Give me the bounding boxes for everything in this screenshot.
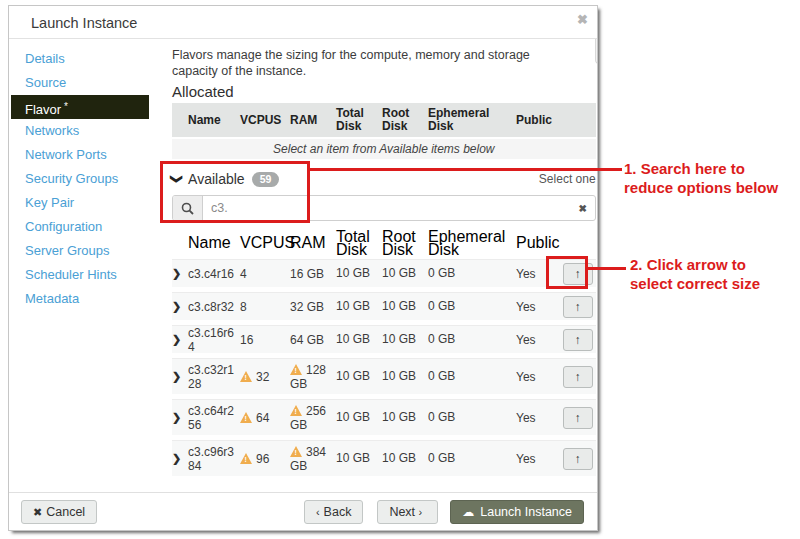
cancel-x-icon: ✖ xyxy=(33,506,42,518)
column-header: Public xyxy=(496,234,560,252)
flavor-total-disk: 10 GB xyxy=(336,411,382,424)
next-arrow-icon: › xyxy=(419,506,423,518)
expand-chevron-icon[interactable]: ❯ xyxy=(172,452,188,465)
column-header: Ephemeral Disk xyxy=(428,230,496,256)
flavor-total-disk: 10 GB xyxy=(336,267,382,280)
flavor-ram: !384 GB xyxy=(290,445,336,473)
clear-search-icon[interactable]: ✖ xyxy=(571,196,595,220)
step-description: Flavors manage the sizing for the comput… xyxy=(172,47,577,79)
column-header: Root Disk xyxy=(382,230,428,256)
column-header: Total Disk xyxy=(336,230,382,256)
sidebar-item-flavor[interactable]: Flavor * xyxy=(11,95,149,119)
select-flavor-button[interactable]: ↑ xyxy=(563,366,593,388)
select-flavor-button[interactable]: ↑ xyxy=(563,448,593,470)
sidebar-item-networks[interactable]: Networks xyxy=(11,119,149,143)
sidebar-item-metadata[interactable]: Metadata xyxy=(11,287,149,311)
sidebar-item-configuration[interactable]: Configuration xyxy=(11,215,149,239)
select-flavor-button[interactable]: ↑ xyxy=(563,329,593,351)
flavor-action-cell: ↑ xyxy=(560,366,596,388)
sidebar-item-details[interactable]: Details xyxy=(11,47,149,71)
sidebar-item-label: Flavor xyxy=(25,102,61,117)
flavor-name: c3.c32r128 xyxy=(188,363,240,391)
sidebar-item-scheduler-hints[interactable]: Scheduler Hints xyxy=(11,263,149,287)
sidebar-item-server-groups[interactable]: Server Groups xyxy=(11,239,149,263)
expand-chevron-icon[interactable]: ❯ xyxy=(172,411,188,424)
launch-instance-button[interactable]: ☁Launch Instance xyxy=(450,500,584,524)
flavor-ram: 16 GB xyxy=(290,267,336,281)
available-count-badge: 59 xyxy=(252,172,280,187)
modal-body: DetailsSourceFlavor *NetworksNetwork Por… xyxy=(9,39,597,492)
available-table-header: NameVCPUSRAMTotal DiskRoot DiskEphemeral… xyxy=(172,227,596,259)
flavor-root-disk: 10 GB xyxy=(382,333,428,346)
back-arrow-icon: ‹ xyxy=(316,506,320,518)
flavor-ephemeral-disk: 0 GB xyxy=(428,333,496,346)
next-button[interactable]: Next › xyxy=(377,500,438,524)
flavor-vcpus: !64 xyxy=(240,411,290,425)
arrow-up-icon: ↑ xyxy=(575,370,581,384)
flavor-ram: 32 GB xyxy=(290,300,336,314)
sidebar-item-label: Key Pair xyxy=(25,195,74,210)
flavor-step-content: ? Flavors manage the sizing for the comp… xyxy=(164,39,597,492)
warning-mark: ! xyxy=(245,415,247,422)
flavor-public: Yes xyxy=(496,267,560,281)
annotation-text-1: 1. Search here to reduce options below xyxy=(624,159,792,197)
available-table-body: ❯c3.c4r16416 GB10 GB10 GB0 GBYes↑❯c3.c8r… xyxy=(172,259,596,476)
column-header: VCPUS xyxy=(240,234,290,252)
expand-chevron-icon[interactable]: ❯ xyxy=(172,333,188,346)
flavor-root-disk: 10 GB xyxy=(382,452,428,465)
flavor-search-bar: ✖ xyxy=(172,195,596,221)
flavor-vcpus: 16 xyxy=(240,333,290,347)
select-flavor-button[interactable]: ↑ xyxy=(563,407,593,429)
flavor-name: c3.c8r32 xyxy=(188,300,240,314)
expand-chevron-icon[interactable]: ❯ xyxy=(172,300,188,313)
flavor-root-disk: 10 GB xyxy=(382,300,428,313)
arrow-up-icon: ↑ xyxy=(575,267,581,281)
expand-chevron-icon[interactable]: ❯ xyxy=(172,370,188,383)
flavor-action-cell: ↑ xyxy=(560,407,596,429)
sidebar-item-source[interactable]: Source xyxy=(11,71,149,95)
modal-header: Launch Instance ✖ xyxy=(9,6,597,39)
flavor-name: c3.c16r64 xyxy=(188,326,240,354)
sidebar-item-label: Security Groups xyxy=(25,171,118,186)
flavor-row: ❯c3.c16r641664 GB10 GB10 GB0 GBYes↑ xyxy=(172,325,596,353)
warning-mark: ! xyxy=(295,367,297,374)
chevron-down-icon[interactable]: ❯ xyxy=(170,174,184,184)
sidebar-item-label: Source xyxy=(25,75,66,90)
flavor-vcpus: 8 xyxy=(240,300,290,314)
warning-icon: ! xyxy=(290,364,302,375)
flavor-total-disk: 10 GB xyxy=(336,300,382,313)
select-flavor-button[interactable]: ↑ xyxy=(563,263,593,285)
flavor-ephemeral-disk: 0 GB xyxy=(428,267,496,280)
flavor-public: Yes xyxy=(496,370,560,384)
back-button[interactable]: ‹Back xyxy=(304,500,363,524)
required-asterisk: * xyxy=(61,101,68,112)
expand-chevron-icon[interactable]: ❯ xyxy=(172,267,188,280)
search-input[interactable] xyxy=(203,196,571,220)
column-header: RAM xyxy=(290,114,336,127)
flavor-ram: !128 GB xyxy=(290,363,336,391)
available-heading: Available xyxy=(188,171,245,187)
warning-mark: ! xyxy=(245,456,247,463)
sidebar-item-label: Configuration xyxy=(25,219,102,234)
warning-mark: ! xyxy=(295,408,297,415)
sidebar-item-security-groups[interactable]: Security Groups xyxy=(11,167,149,191)
modal-footer: ✖Cancel ‹Back Next › ☁Launch Instance xyxy=(9,492,597,530)
column-header: Name xyxy=(188,114,240,127)
arrow-up-icon: ↑ xyxy=(575,300,581,314)
sidebar-item-key-pair[interactable]: Key Pair xyxy=(11,191,149,215)
close-icon[interactable]: ✖ xyxy=(577,12,588,27)
flavor-name: c3.c64r256 xyxy=(188,404,240,432)
flavor-name: c3.c4r16 xyxy=(188,267,240,281)
warning-icon: ! xyxy=(240,453,252,464)
cancel-button[interactable]: ✖Cancel xyxy=(21,500,97,524)
select-flavor-button[interactable]: ↑ xyxy=(563,296,593,318)
launch-instance-modal: Launch Instance ✖ DetailsSourceFlavor *N… xyxy=(8,5,598,531)
sidebar-item-network-ports[interactable]: Network Ports xyxy=(11,143,149,167)
column-header: Root Disk xyxy=(382,107,428,133)
allocated-heading: Allocated xyxy=(172,83,596,100)
sidebar-item-label: Server Groups xyxy=(25,243,110,258)
flavor-ephemeral-disk: 0 GB xyxy=(428,452,496,465)
flavor-name: c3.c96r384 xyxy=(188,445,240,473)
help-button[interactable]: ? xyxy=(595,39,597,64)
flavor-row: ❯c3.c32r128!32!128 GB10 GB10 GB0 GBYes↑ xyxy=(172,358,596,394)
